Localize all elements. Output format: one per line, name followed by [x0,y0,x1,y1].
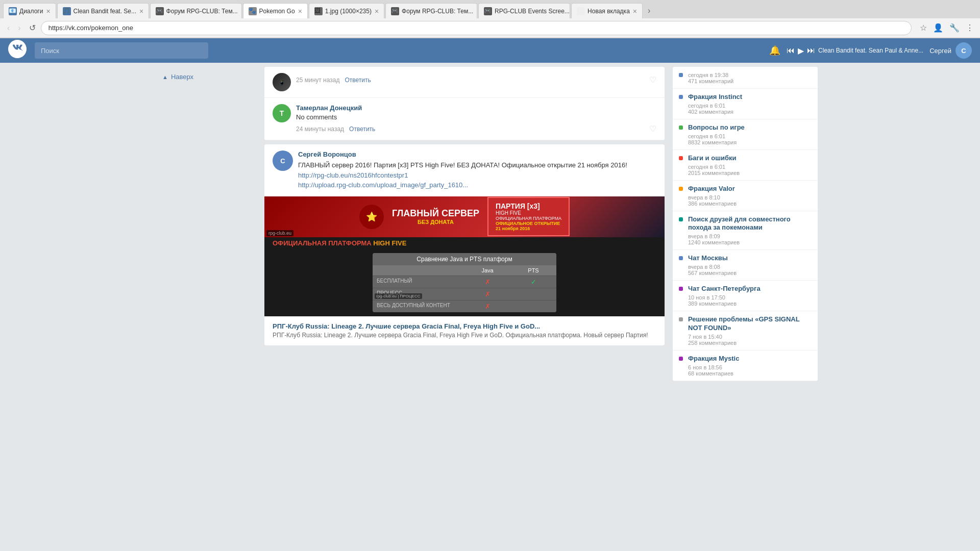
platform-text: ОФИЦИАЛЬНАЯ ПЛАТФОРМА HIGH FIVE [264,237,665,249]
user-name: Сергей [929,47,951,55]
tab-dialogi[interactable]: 📧 Диалоги × [3,3,56,18]
play-pause-button[interactable]: ▶ [798,46,804,56]
tab-label-events: RPG-CLUB Events Scree... [495,8,570,15]
sidebar-item-6-content: Поиск друзей для совместного похода за п… [688,215,812,246]
audio-player: ⏮ ▶ ⏭ Clean Bandit feat. Sean Paul & Ann… [787,46,923,56]
tab-label-pokemon: Pokemon Go [259,8,295,15]
forward-button[interactable]: › [15,21,23,35]
sidebar-item-10[interactable]: Фракция Mystic 6 ноя в 18:56 68 коммента… [673,350,818,381]
vk-header: 🔔 ⏮ ▶ ⏭ Clean Bandit feat. Sean Paul & A… [0,38,980,63]
sidebar-item-2[interactable]: Фракция Instinct сегодня в 6:01 402 комм… [673,89,818,119]
tab-icon-dialogi: 📧 [9,7,17,15]
tab-pokemon[interactable]: 🐾 Pokemon Go × [243,3,308,18]
tab-bar: 📧 Диалоги × 🎵 Clean Bandit feat. Se... ×… [0,0,980,18]
comment-1-photo: 📱 [273,73,291,91]
sidebar-item-2-icon [679,95,683,99]
up-arrow-icon: ▲ [162,74,168,80]
sidebar-item-6-icon [679,217,683,221]
sidebar-item-2-content: Фракция Instinct сегодня в 6:01 402 комм… [688,93,812,115]
comment-1-like-btn[interactable]: ♡ [649,75,656,85]
sidebar-item-9[interactable]: Решение проблемы «GPS SIGNAL NOT FOUND» … [673,311,818,350]
tab-new[interactable]: Новая вкладка × [571,3,643,18]
tab-forum1[interactable]: 🎮 Форум RPG-CLUB: Тем... × [150,3,242,18]
tab-label-forum1: Форум RPG-CLUB: Тем... [166,8,238,15]
comparison-row-1: БЕСПЛАТНЫЙ ✗ ✓ [373,276,556,288]
profile-button[interactable]: 👤 [931,21,945,35]
back-button[interactable]: ‹ [4,21,13,35]
user-profile[interactable]: Сергей С [929,42,972,59]
sidebar-item-1-icon [679,73,683,77]
sidebar-item-6-comments: 1240 комментариев [688,239,812,245]
post-link-1[interactable]: http://rpg-club.eu/ns2016hfcontestpr1 [298,171,408,179]
link-preview-text: РПГ-Клуб Russia: Lineage 2. Лучшие серве… [273,331,656,340]
comment-1-avatar: 📱 [273,73,291,91]
browser-controls: ‹ › ↺ ☆ 👤 🔧 ⋮ [0,18,980,38]
sidebar-item-2-meta: сегодня в 6:01 [688,103,812,109]
tab-label-image: 1.jpg (1000×235) [325,8,372,15]
tab-forum2[interactable]: 🎮 Форум RPG-CLUB: Тем... × [385,3,477,18]
next-track-button[interactable]: ⏭ [807,46,815,55]
tab-more-button[interactable]: › [644,6,654,15]
player-track-name: Clean Bandit feat. Sean Paul & Anne... [818,47,923,54]
post-image-banner: ⭐ ГЛАВНЫЙ СЕРВЕР БЕЗ ДОНАТА ПАРТИЯ [x3] … [264,196,665,237]
back-to-top-link[interactable]: ▲ Наверх [162,71,256,83]
sidebar-item-1[interactable]: сегодня в 19:38 471 комментарий [673,67,818,89]
tab-close-forum2[interactable]: × [476,7,477,15]
sidebar-item-4-comments: 2015 комментариев [688,170,812,176]
sidebar-item-5-meta: вчера в 8:10 [688,194,812,201]
sidebar-item-8-icon [679,287,683,291]
prev-track-button[interactable]: ⏮ [787,46,795,55]
comment-2-reply-btn[interactable]: Ответить [349,126,375,133]
link-preview-title[interactable]: РПГ-Клуб Russia: Lineage 2. Лучшие серве… [273,322,656,330]
right-sidebar: сегодня в 19:38 471 комментарий Фракция … [669,67,822,381]
tab-icon-forum1: 🎮 [156,7,164,15]
tab-icon-events: 🎮 [484,7,492,15]
post-link-2[interactable]: http://upload.rpg-club.com/upload_image/… [298,181,468,189]
sidebar-item-7-comments: 567 комментариев [688,270,812,276]
comparison-title: Сравнение Java и PTS платформ [373,253,556,265]
tab-close-new[interactable]: × [633,7,637,15]
sidebar-item-6[interactable]: Поиск друзей для совместного похода за п… [673,211,818,251]
sidebar-item-8[interactable]: Чат Санкт-Петербурга 10 ноя в 17:50 389 … [673,281,818,311]
sidebar-item-5[interactable]: Фракция Valor вчера в 8:10 386 комментар… [673,181,818,211]
tab-close-dialogi[interactable]: × [46,7,50,15]
comparison-row-2: rpg-club.eu | ПРОЦЕСС ПРОЦЕСС ✗ [373,288,556,300]
sidebar-item-8-title: Чат Санкт-Петербурга [688,285,812,293]
tab-close-forum1[interactable]: × [241,7,242,15]
tab-label-forum2: Форум RPG-CLUB: Тем... [402,8,473,15]
sidebar-item-7[interactable]: Чат Москвы вчера в 8:08 567 комментариев [673,250,818,281]
comment-1: 📱 25 минут назад Ответить ♡ [264,67,665,98]
extensions-button[interactable]: 🔧 [947,21,962,35]
sidebar-item-8-meta: 10 ноя в 17:50 [688,294,812,300]
sidebar-item-3[interactable]: Вопросы по игре сегодня в 6:01 8832 комм… [673,119,818,150]
reload-button[interactable]: ↺ [26,21,39,35]
post-body: Сергей Воронцов ГЛАВНЫЙ сервер 2016! Пар… [298,151,656,190]
comparison-header: Java PTS [373,265,556,276]
sidebar-item-10-comments: 68 комментариев [688,370,812,377]
sidebar-item-4[interactable]: Баги и ошибки сегодня в 6:01 2015 коммен… [673,150,818,181]
sidebar-item-5-title: Фракция Valor [688,185,812,193]
menu-button[interactable]: ⋮ [964,21,976,35]
tab-close-pokemon[interactable]: × [298,7,302,15]
sidebar-item-5-icon [679,187,683,191]
tab-close-image[interactable]: × [375,7,379,15]
sidebar-item-8-content: Чат Санкт-Петербурга 10 ноя в 17:50 389 … [688,285,812,307]
tab-cleanbandit[interactable]: 🎵 Clean Bandit feat. Se... × [57,3,149,18]
sidebar-item-4-icon [679,156,683,160]
vk-search-input[interactable] [35,42,208,59]
post-author-name[interactable]: Сергей Воронцов [298,151,656,158]
comment-2-author[interactable]: Тамерлан Донецкий [296,104,656,112]
notifications-bell[interactable]: 🔔 [769,45,780,56]
sidebar-item-3-title: Вопросы по игре [688,123,812,132]
tab-image[interactable]: 🖼 1.jpg (1000×235) × [309,3,384,18]
address-bar[interactable] [41,21,912,35]
sidebar-item-10-icon [679,357,683,361]
bookmark-button[interactable]: ☆ [918,21,929,35]
sidebar-item-5-comments: 386 комментариев [688,201,812,207]
comment-1-reply-btn[interactable]: Ответить [345,77,371,84]
comment-2-like-btn[interactable]: ♡ [649,124,656,134]
tab-close-cleanbandit[interactable]: × [139,7,143,15]
tab-events[interactable]: 🎮 RPG-CLUB Events Scree... × [478,3,570,18]
banner-text: ГЛАВНЫЙ СЕРВЕР БЕЗ ДОНАТА [392,208,479,225]
sidebar-item-1-content: сегодня в 19:38 471 комментарий [688,71,812,84]
